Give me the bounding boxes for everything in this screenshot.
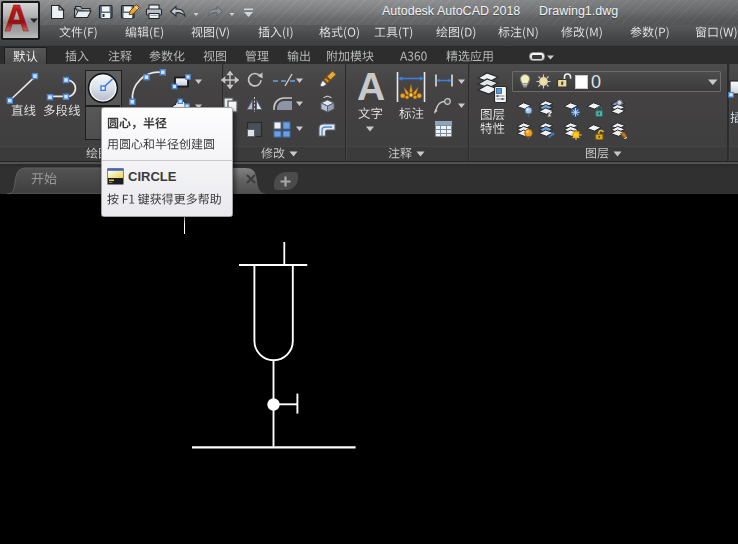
svg-text:A: A — [4, 1, 29, 38]
